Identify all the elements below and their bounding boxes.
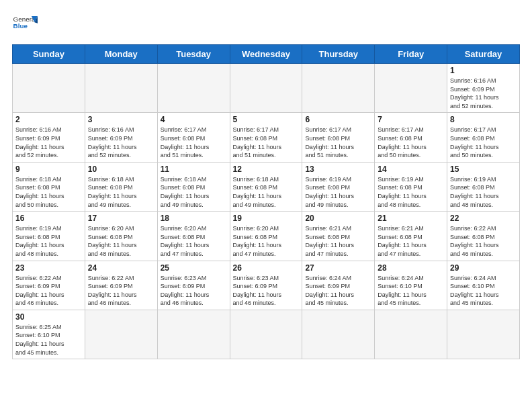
calendar-cell [302, 310, 375, 359]
day-number: 28 [378, 263, 444, 273]
calendar-cell [375, 64, 447, 113]
calendar-cell: 17Sunrise: 6:20 AM Sunset: 6:08 PM Dayli… [85, 212, 157, 261]
day-number: 6 [305, 115, 371, 124]
calendar-cell: 5Sunrise: 6:17 AM Sunset: 6:08 PM Daylig… [230, 113, 302, 162]
calendar-cell: 2Sunrise: 6:16 AM Sunset: 6:09 PM Daylig… [13, 113, 85, 162]
calendar-cell: 12Sunrise: 6:18 AM Sunset: 6:08 PM Dayli… [230, 162, 302, 211]
calendar-cell: 30Sunrise: 6:25 AM Sunset: 6:10 PM Dayli… [13, 310, 85, 359]
day-number: 15 [450, 165, 517, 174]
day-info: Sunrise: 6:17 AM Sunset: 6:08 PM Dayligh… [305, 126, 371, 159]
page: General Blue SundayMondayTuesdayWednesda… [0, 0, 532, 411]
calendar-cell: 8Sunrise: 6:17 AM Sunset: 6:08 PM Daylig… [447, 113, 520, 162]
day-info: Sunrise: 6:16 AM Sunset: 6:09 PM Dayligh… [88, 126, 154, 159]
calendar-cell [447, 310, 520, 359]
calendar-cell: 1Sunrise: 6:16 AM Sunset: 6:09 PM Daylig… [447, 64, 520, 113]
day-number: 26 [233, 263, 300, 273]
calendar-cell [302, 64, 375, 113]
calendar-week-row: 2Sunrise: 6:16 AM Sunset: 6:09 PM Daylig… [13, 113, 520, 162]
calendar-cell: 10Sunrise: 6:18 AM Sunset: 6:08 PM Dayli… [85, 162, 157, 211]
day-info: Sunrise: 6:17 AM Sunset: 6:08 PM Dayligh… [233, 126, 300, 159]
calendar-cell [230, 64, 302, 113]
calendar-cell: 26Sunrise: 6:23 AM Sunset: 6:09 PM Dayli… [230, 261, 302, 310]
calendar-cell: 18Sunrise: 6:20 AM Sunset: 6:08 PM Dayli… [157, 212, 230, 261]
calendar-cell: 7Sunrise: 6:17 AM Sunset: 6:08 PM Daylig… [375, 113, 447, 162]
day-number: 12 [233, 165, 300, 174]
day-info: Sunrise: 6:16 AM Sunset: 6:09 PM Dayligh… [15, 126, 82, 159]
day-number: 11 [161, 165, 227, 174]
calendar-cell: 15Sunrise: 6:19 AM Sunset: 6:08 PM Dayli… [447, 162, 520, 211]
weekday-header-friday: Friday [375, 45, 447, 64]
calendar-cell: 29Sunrise: 6:24 AM Sunset: 6:10 PM Dayli… [447, 261, 520, 310]
svg-text:Blue: Blue [13, 22, 28, 30]
day-info: Sunrise: 6:22 AM Sunset: 6:09 PM Dayligh… [88, 274, 154, 308]
day-number: 18 [161, 214, 227, 223]
calendar-cell: 20Sunrise: 6:21 AM Sunset: 6:08 PM Dayli… [302, 212, 375, 261]
calendar-week-row: 1Sunrise: 6:16 AM Sunset: 6:09 PM Daylig… [13, 64, 520, 113]
day-number: 22 [450, 214, 517, 223]
calendar-cell [157, 64, 230, 113]
calendar-cell [230, 310, 302, 359]
day-number: 14 [378, 165, 444, 174]
day-number: 27 [305, 263, 371, 273]
day-number: 5 [233, 115, 300, 124]
day-number: 7 [378, 115, 444, 124]
calendar-cell: 21Sunrise: 6:21 AM Sunset: 6:08 PM Dayli… [375, 212, 447, 261]
calendar-cell [85, 310, 157, 359]
day-info: Sunrise: 6:24 AM Sunset: 6:10 PM Dayligh… [378, 274, 444, 308]
weekday-header-sunday: Sunday [13, 45, 85, 64]
day-info: Sunrise: 6:18 AM Sunset: 6:08 PM Dayligh… [15, 175, 82, 209]
day-number: 1 [450, 66, 517, 75]
calendar-week-row: 23Sunrise: 6:22 AM Sunset: 6:09 PM Dayli… [13, 261, 520, 310]
day-info: Sunrise: 6:24 AM Sunset: 6:10 PM Dayligh… [450, 274, 517, 308]
day-info: Sunrise: 6:21 AM Sunset: 6:08 PM Dayligh… [378, 224, 444, 258]
day-number: 30 [15, 312, 82, 322]
calendar-cell: 22Sunrise: 6:22 AM Sunset: 6:08 PM Dayli… [447, 212, 520, 261]
weekday-header-row: SundayMondayTuesdayWednesdayThursdayFrid… [13, 45, 520, 64]
calendar-cell: 9Sunrise: 6:18 AM Sunset: 6:08 PM Daylig… [13, 162, 85, 211]
calendar-cell [375, 310, 447, 359]
day-number: 10 [88, 165, 154, 174]
calendar-cell: 4Sunrise: 6:17 AM Sunset: 6:08 PM Daylig… [157, 113, 230, 162]
day-info: Sunrise: 6:16 AM Sunset: 6:09 PM Dayligh… [450, 77, 517, 110]
day-info: Sunrise: 6:18 AM Sunset: 6:08 PM Dayligh… [88, 175, 154, 209]
day-info: Sunrise: 6:21 AM Sunset: 6:08 PM Dayligh… [305, 224, 371, 258]
day-info: Sunrise: 6:17 AM Sunset: 6:08 PM Dayligh… [161, 126, 227, 159]
weekday-header-thursday: Thursday [302, 45, 375, 64]
weekday-header-saturday: Saturday [447, 45, 520, 64]
day-number: 29 [450, 263, 517, 273]
day-number: 17 [88, 214, 154, 223]
day-info: Sunrise: 6:20 AM Sunset: 6:08 PM Dayligh… [88, 224, 154, 258]
day-number: 21 [378, 214, 444, 223]
day-info: Sunrise: 6:17 AM Sunset: 6:08 PM Dayligh… [450, 126, 517, 159]
day-info: Sunrise: 6:22 AM Sunset: 6:09 PM Dayligh… [15, 274, 82, 308]
day-info: Sunrise: 6:19 AM Sunset: 6:08 PM Dayligh… [378, 175, 444, 209]
calendar-cell: 24Sunrise: 6:22 AM Sunset: 6:09 PM Dayli… [85, 261, 157, 310]
calendar-cell: 11Sunrise: 6:18 AM Sunset: 6:08 PM Dayli… [157, 162, 230, 211]
header: General Blue [12, 12, 520, 38]
calendar-cell [157, 310, 230, 359]
calendar-cell: 6Sunrise: 6:17 AM Sunset: 6:08 PM Daylig… [302, 113, 375, 162]
day-info: Sunrise: 6:17 AM Sunset: 6:08 PM Dayligh… [378, 126, 444, 159]
weekday-header-monday: Monday [85, 45, 157, 64]
calendar-cell: 3Sunrise: 6:16 AM Sunset: 6:09 PM Daylig… [85, 113, 157, 162]
day-number: 3 [88, 115, 154, 124]
day-number: 13 [305, 165, 371, 174]
calendar-cell: 23Sunrise: 6:22 AM Sunset: 6:09 PM Dayli… [13, 261, 85, 310]
day-info: Sunrise: 6:23 AM Sunset: 6:09 PM Dayligh… [233, 274, 300, 308]
day-number: 20 [305, 214, 371, 223]
day-info: Sunrise: 6:20 AM Sunset: 6:08 PM Dayligh… [233, 224, 300, 258]
day-number: 23 [15, 263, 82, 273]
calendar-cell: 14Sunrise: 6:19 AM Sunset: 6:08 PM Dayli… [375, 162, 447, 211]
day-number: 16 [15, 214, 82, 223]
calendar-cell: 27Sunrise: 6:24 AM Sunset: 6:09 PM Dayli… [302, 261, 375, 310]
calendar-week-row: 9Sunrise: 6:18 AM Sunset: 6:08 PM Daylig… [13, 162, 520, 211]
day-number: 25 [161, 263, 227, 273]
day-info: Sunrise: 6:23 AM Sunset: 6:09 PM Dayligh… [161, 274, 227, 308]
day-info: Sunrise: 6:24 AM Sunset: 6:09 PM Dayligh… [305, 274, 371, 308]
weekday-header-wednesday: Wednesday [230, 45, 302, 64]
day-info: Sunrise: 6:18 AM Sunset: 6:08 PM Dayligh… [233, 175, 300, 209]
calendar-cell: 13Sunrise: 6:19 AM Sunset: 6:08 PM Dayli… [302, 162, 375, 211]
day-number: 2 [15, 115, 82, 124]
day-info: Sunrise: 6:19 AM Sunset: 6:08 PM Dayligh… [450, 175, 517, 209]
day-info: Sunrise: 6:19 AM Sunset: 6:08 PM Dayligh… [15, 224, 82, 258]
